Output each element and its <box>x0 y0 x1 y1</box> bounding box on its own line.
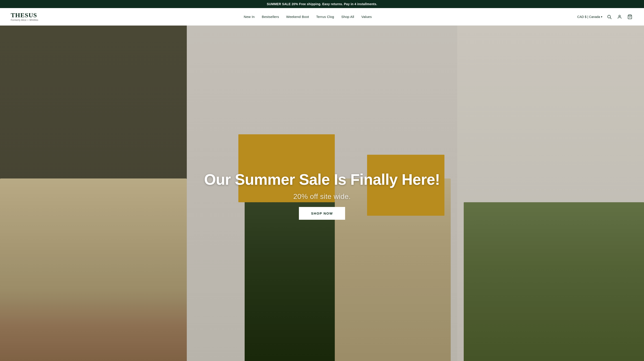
main-nav: New In Bestsellers Weekend Boot Terrus C… <box>244 15 372 18</box>
currency-label: CAD $ | Canada <box>577 15 600 18</box>
nav-terrus-clog[interactable]: Terrus Clog <box>316 15 334 18</box>
cart-button[interactable] <box>626 14 633 20</box>
hero-content: Our Summer Sale Is Finally Here! 20% off… <box>204 171 440 220</box>
nav-bestsellers[interactable]: Bestsellers <box>262 15 279 18</box>
nav-values[interactable]: Values <box>361 15 372 18</box>
currency-selector[interactable]: CAD $ | Canada ▾ <box>577 15 602 18</box>
hero-subtitle: 20% off site wide. <box>293 192 351 201</box>
search-icon <box>607 14 612 19</box>
svg-line-1 <box>610 18 611 19</box>
hero-section: Our Summer Sale Is Finally Here! 20% off… <box>0 26 644 361</box>
svg-point-2 <box>619 15 620 16</box>
header: THESUS Formerly Alice + Whittles New In … <box>0 8 644 26</box>
account-button[interactable] <box>616 14 623 20</box>
hero-cta-button[interactable]: SHOP NOW <box>299 207 345 220</box>
logo[interactable]: THESUS Formerly Alice + Whittles <box>11 12 38 21</box>
announcement-text: SUMMER SALE 20% Free shipping. Easy retu… <box>267 2 378 6</box>
nav-shop-all[interactable]: Shop All <box>341 15 354 18</box>
logo-subtitle: Formerly Alice + Whittles <box>11 19 38 21</box>
nav-new-in[interactable]: New In <box>244 15 255 18</box>
hero-title: Our Summer Sale Is Finally Here! <box>204 171 440 188</box>
search-button[interactable] <box>606 14 612 20</box>
announcement-bar: SUMMER SALE 20% Free shipping. Easy retu… <box>0 0 644 8</box>
account-icon <box>617 14 622 19</box>
cart-icon <box>628 14 632 19</box>
nav-weekend-boot[interactable]: Weekend Boot <box>286 15 309 18</box>
chevron-down-icon: ▾ <box>601 15 602 18</box>
header-right: CAD $ | Canada ▾ <box>577 14 633 20</box>
logo-name: THESUS <box>11 12 37 18</box>
